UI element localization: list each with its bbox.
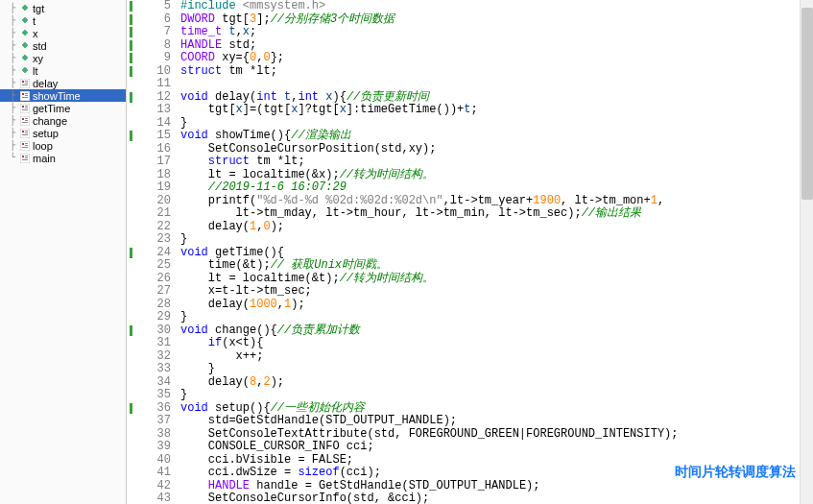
marker-cell — [127, 117, 138, 131]
line-number: 25 — [138, 259, 171, 273]
variable-icon — [19, 54, 31, 63]
sidebar-item-delay[interactable]: ├delay — [0, 77, 126, 89]
sidebar-item-x[interactable]: ├x — [0, 27, 126, 39]
code-line[interactable]: DWORD tgt[3];//分别存储3个时间数据 — [177, 13, 813, 27]
marker-cell — [127, 65, 138, 79]
code-line[interactable]: tgt[x]=(tgt[x]?tgt[x]:timeGetTime())+t; — [177, 104, 813, 117]
tree-branch-icon: ├ — [10, 3, 19, 13]
block-marker-icon — [130, 40, 132, 51]
code-line[interactable]: HANDLE handle = GetStdHandle(STD_OUTPUT_… — [177, 480, 813, 493]
block-marker-icon — [130, 325, 132, 336]
marker-cell — [127, 39, 138, 53]
sidebar-item-getTime[interactable]: ├getTime — [0, 102, 126, 114]
code-line[interactable]: void showTime(){//渲染输出 — [177, 130, 813, 143]
code-line[interactable]: HANDLE std; — [177, 39, 813, 53]
marker-cell — [127, 52, 138, 65]
line-number: 43 — [138, 492, 171, 504]
line-number: 14 — [138, 117, 171, 131]
marker-cell — [127, 492, 138, 504]
code-line[interactable]: //2019-11-6 16:07:29 — [177, 181, 813, 195]
sidebar-item-label: showTime — [33, 90, 81, 102]
line-number-gutter: 5678910111213141516171819202122232425262… — [138, 0, 177, 504]
code-line[interactable]: void delay(int t,int x){//负责更新时间 — [177, 91, 813, 105]
code-line[interactable]: #include <mmsystem.h> — [177, 0, 813, 13]
code-line[interactable]: cci.dwSize = sizeof(cci); — [177, 467, 813, 480]
code-line[interactable]: void getTime(){ — [177, 247, 813, 260]
code-line[interactable]: printf("%d-%d-%d %02d:%02d:%02d\n",lt->t… — [177, 195, 813, 208]
code-line[interactable]: struct tm *lt; — [177, 65, 813, 79]
code-line[interactable]: SetConsoleCursorPosition(std,xy); — [177, 143, 813, 156]
code-line[interactable]: delay(1,0); — [177, 221, 813, 234]
marker-cell — [127, 415, 138, 428]
svg-rect-24 — [22, 134, 28, 135]
code-line[interactable]: void setup(){//一些初始化内容 — [177, 402, 813, 416]
code-line[interactable]: x++; — [177, 350, 813, 364]
code-line[interactable]: struct tm *lt; — [177, 156, 813, 169]
code-line[interactable]: SetConsoleTextAttribute(std, FOREGROUND_… — [177, 428, 813, 442]
marker-cell — [127, 169, 138, 182]
sidebar-item-setup[interactable]: ├setup — [0, 127, 126, 139]
code-line[interactable]: x=t-lt->tm_sec; — [177, 285, 813, 299]
sidebar-item-label: x — [33, 28, 38, 39]
code-line[interactable]: time_t t,x; — [177, 26, 813, 39]
function-icon — [19, 154, 31, 163]
code-line[interactable]: COORD xy={0,0}; — [177, 52, 813, 65]
svg-rect-13 — [25, 108, 28, 108]
marker-cell — [127, 428, 138, 442]
sidebar-item-loop[interactable]: ├loop — [0, 139, 126, 152]
sidebar-item-lt[interactable]: ├lt — [0, 64, 126, 77]
line-number: 27 — [138, 285, 171, 299]
block-marker-icon — [130, 53, 132, 63]
line-number: 40 — [138, 454, 171, 468]
line-number: 9 — [138, 52, 171, 65]
code-line[interactable]: lt = localtime(&x);//转为时间结构。 — [177, 169, 813, 182]
line-number: 22 — [138, 221, 171, 234]
code-line[interactable]: } — [177, 117, 813, 131]
code-line[interactable]: std=GetStdHandle(STD_OUTPUT_HANDLE); — [177, 415, 813, 428]
code-line[interactable]: CONSOLE_CURSOR_INFO cci; — [177, 441, 813, 454]
code-line[interactable]: lt->tm_mday, lt->tm_hour, lt->tm_min, lt… — [177, 207, 813, 221]
scroll-thumb[interactable] — [801, 8, 813, 200]
scrollbar-vertical[interactable] — [800, 0, 813, 504]
sidebar-item-showTime[interactable]: ├showTime — [0, 89, 126, 102]
sidebar-item-main[interactable]: └main — [0, 152, 126, 164]
sidebar-item-xy[interactable]: ├xy — [0, 52, 126, 64]
code-content[interactable]: #include <mmsystem.h>DWORD tgt[3];//分别存储… — [177, 0, 813, 504]
sidebar-item-tgt[interactable]: ├tgt — [0, 2, 126, 14]
marker-cell — [127, 181, 138, 195]
code-line[interactable] — [177, 78, 813, 91]
code-editor[interactable]: 5678910111213141516171819202122232425262… — [127, 0, 813, 504]
code-line[interactable]: delay(8,2); — [177, 376, 813, 390]
line-number: 26 — [138, 273, 171, 286]
code-line[interactable]: void change(){//负责累加计数 — [177, 324, 813, 338]
code-line[interactable]: } — [177, 311, 813, 324]
function-icon — [19, 104, 31, 113]
marker-cell — [127, 285, 138, 299]
symbol-tree-sidebar[interactable]: ├tgt├t├x├std├xy├lt├delay├showTime├getTim… — [0, 0, 127, 504]
sidebar-item-std[interactable]: ├std — [0, 39, 126, 52]
svg-rect-7 — [25, 93, 28, 94]
code-line[interactable]: delay(1000,1); — [177, 299, 813, 312]
svg-rect-22 — [25, 131, 28, 132]
block-marker-icon — [130, 14, 132, 25]
code-line[interactable]: } — [177, 233, 813, 247]
code-line[interactable]: } — [177, 389, 813, 402]
line-number: 7 — [138, 26, 171, 39]
code-line[interactable]: time(&t);// 获取Unix时间戳。 — [177, 259, 813, 273]
tree-branch-icon: ├ — [10, 65, 19, 76]
marker-cell — [127, 299, 138, 312]
code-line[interactable]: lt = localtime(&t);//转为时间结构。 — [177, 273, 813, 286]
code-line[interactable]: SetConsoleCursorInfo(std, &cci); — [177, 492, 813, 504]
line-number: 37 — [138, 415, 171, 428]
sidebar-item-t[interactable]: ├t — [0, 14, 126, 27]
line-number: 30 — [138, 324, 171, 338]
svg-rect-16 — [22, 118, 24, 120]
sidebar-item-change[interactable]: ├change — [0, 114, 126, 127]
line-number: 19 — [138, 181, 171, 195]
svg-rect-8 — [25, 95, 28, 96]
code-line[interactable]: cci.bVisible = FALSE; — [177, 454, 813, 468]
tree-branch-icon: ├ — [10, 53, 19, 63]
sidebar-item-label: t — [33, 15, 36, 27]
code-line[interactable]: if(x<t){ — [177, 337, 813, 350]
code-line[interactable]: } — [177, 363, 813, 376]
